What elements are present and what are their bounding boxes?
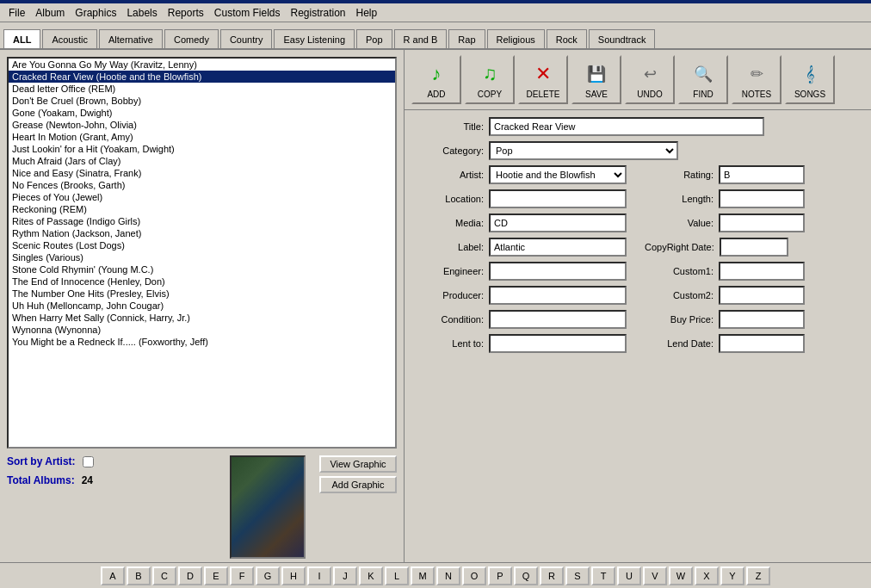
menu-file[interactable]: File	[3, 5, 30, 21]
album-item[interactable]: Nice and Easy (Sinatra, Frank)	[9, 167, 395, 179]
tab-all[interactable]: ALL	[3, 29, 40, 48]
save-button[interactable]: 💾 SAVE	[571, 55, 621, 104]
alpha-btn-i[interactable]: I	[307, 566, 331, 585]
album-item[interactable]: Scenic Routes (Lost Dogs)	[9, 239, 395, 251]
album-item[interactable]: Grease (Newton-John, Olivia)	[9, 119, 395, 131]
rating-input[interactable]	[719, 165, 805, 184]
menu-album[interactable]: Album	[30, 5, 70, 21]
undo-button[interactable]: ↩ UNDO	[625, 55, 675, 104]
album-item[interactable]: Singles (Various)	[9, 251, 395, 263]
tab-alternative[interactable]: Alternative	[99, 29, 163, 48]
tab-rap[interactable]: Rap	[448, 29, 485, 48]
menu-customfields[interactable]: Custom Fields	[209, 5, 286, 21]
alpha-btn-j[interactable]: J	[333, 566, 357, 585]
find-button[interactable]: 🔍 FIND	[678, 55, 728, 104]
tab-rock[interactable]: Rock	[547, 29, 587, 48]
label-input[interactable]	[489, 238, 627, 257]
alpha-btn-o[interactable]: O	[462, 566, 486, 585]
tab-easy-listening[interactable]: Easy Listening	[274, 29, 355, 48]
sort-checkbox[interactable]	[83, 456, 94, 467]
alpha-btn-w[interactable]: W	[669, 566, 693, 585]
tab-pop[interactable]: Pop	[356, 29, 392, 48]
album-item[interactable]: Much Afraid (Jars of Clay)	[9, 155, 395, 167]
artist-select[interactable]: Hootie and the Blowfish	[489, 165, 627, 184]
producer-input[interactable]	[489, 286, 627, 305]
alpha-btn-s[interactable]: S	[565, 566, 590, 585]
engineer-input[interactable]	[489, 262, 627, 281]
alpha-btn-b[interactable]: B	[127, 566, 151, 585]
title-input[interactable]	[489, 117, 764, 136]
buyprice-input[interactable]	[719, 310, 805, 329]
menu-help[interactable]: Help	[351, 5, 383, 21]
album-item[interactable]: The End of Innocence (Henley, Don)	[9, 275, 395, 288]
custom2-input[interactable]	[719, 286, 805, 305]
album-item[interactable]: Heart In Motion (Grant, Amy)	[9, 131, 395, 143]
tab-soundtrack[interactable]: Soundtrack	[589, 29, 656, 48]
alpha-btn-f[interactable]: F	[230, 566, 254, 585]
alpha-btn-c[interactable]: C	[152, 566, 176, 585]
alpha-btn-p[interactable]: P	[488, 566, 512, 585]
alpha-btn-z[interactable]: Z	[746, 566, 770, 585]
album-item[interactable]: Dead letter Office (REM)	[9, 83, 395, 95]
condition-input[interactable]	[489, 310, 627, 329]
album-item[interactable]: Cracked Rear View (Hootie and the Blowfi…	[9, 71, 395, 83]
album-item[interactable]: Are You Gonna Go My Way (Kravitz, Lenny)	[9, 59, 395, 71]
alpha-btn-e[interactable]: E	[204, 566, 228, 585]
copyright-input[interactable]	[720, 238, 788, 257]
album-item[interactable]: No Fences (Brooks, Garth)	[9, 179, 395, 191]
alpha-btn-v[interactable]: V	[643, 566, 667, 585]
delete-button[interactable]: ✕ DELETE	[518, 55, 568, 104]
tab-comedy[interactable]: Comedy	[164, 29, 219, 48]
album-item[interactable]: When Harry Met Sally (Connick, Harry, Jr…	[9, 312, 395, 324]
alpha-btn-m[interactable]: M	[411, 566, 435, 585]
alpha-btn-u[interactable]: U	[617, 566, 641, 585]
alpha-btn-h[interactable]: H	[281, 566, 306, 585]
tab-religious[interactable]: Religious	[487, 29, 545, 48]
lentto-input[interactable]	[489, 334, 627, 353]
album-item[interactable]: Pieces of You (Jewel)	[9, 191, 395, 203]
view-graphic-button[interactable]: View Graphic	[319, 455, 397, 473]
album-item[interactable]: Don't Be Cruel (Brown, Bobby)	[9, 95, 395, 107]
alpha-btn-k[interactable]: K	[359, 566, 383, 585]
alpha-btn-l[interactable]: L	[385, 566, 409, 585]
alpha-btn-d[interactable]: D	[178, 566, 202, 585]
album-item[interactable]: Rythm Nation (Jackson, Janet)	[9, 227, 395, 239]
add-graphic-button[interactable]: Add Graphic	[319, 476, 397, 493]
tab-acoustic[interactable]: Acoustic	[42, 29, 97, 48]
alpha-btn-a[interactable]: A	[101, 566, 125, 585]
menu-graphics[interactable]: Graphics	[70, 5, 121, 21]
alpha-btn-r[interactable]: R	[540, 566, 564, 585]
tab-country[interactable]: Country	[220, 29, 273, 48]
copy-button[interactable]: ♫ COPY	[465, 55, 515, 104]
custom1-input[interactable]	[719, 262, 805, 281]
album-item[interactable]: Rites of Passage (Indigo Girls)	[9, 215, 395, 227]
album-item[interactable]: Just Lookin' for a Hit (Yoakam, Dwight)	[9, 143, 395, 155]
album-item[interactable]: You Might be a Redneck If..... (Foxworth…	[9, 336, 395, 348]
album-item[interactable]: Reckoning (REM)	[9, 203, 395, 215]
menu-labels[interactable]: Labels	[121, 5, 162, 21]
alpha-btn-n[interactable]: N	[436, 566, 460, 585]
media-input[interactable]	[489, 214, 627, 232]
menu-reports[interactable]: Reports	[163, 5, 209, 21]
notes-button[interactable]: ✏ NOTES	[732, 55, 781, 104]
album-item[interactable]: Wynonna (Wynonna)	[9, 324, 395, 336]
lenddate-input[interactable]	[719, 334, 805, 353]
album-item[interactable]: Gone (Yoakam, Dwight)	[9, 107, 395, 119]
alpha-btn-g[interactable]: G	[256, 566, 280, 585]
menu-registration[interactable]: Registration	[285, 5, 350, 21]
album-item[interactable]: The Number One Hits (Presley, Elvis)	[9, 288, 395, 300]
alpha-btn-q[interactable]: Q	[514, 566, 538, 585]
alpha-btn-y[interactable]: Y	[720, 566, 744, 585]
add-button[interactable]: ♪ ADD	[411, 55, 461, 104]
album-item[interactable]: Uh Huh (Melloncamp, John Cougar)	[9, 300, 395, 312]
alpha-btn-x[interactable]: X	[695, 566, 719, 585]
songs-button[interactable]: 𝄞 SONGS	[785, 55, 835, 104]
album-item[interactable]: Stone Cold Rhymin' (Young M.C.)	[9, 263, 395, 275]
value-input[interactable]	[719, 214, 805, 232]
category-select[interactable]: PopRockAcousticAlternativeComedyCountryE…	[489, 141, 678, 160]
tab-r-and-b[interactable]: R and B	[394, 29, 448, 48]
alpha-btn-t[interactable]: T	[591, 566, 615, 585]
length-input[interactable]	[719, 189, 805, 208]
location-input[interactable]	[489, 189, 627, 208]
album-list[interactable]: Are You Gonna Go My Way (Kravitz, Lenny)…	[7, 57, 397, 449]
